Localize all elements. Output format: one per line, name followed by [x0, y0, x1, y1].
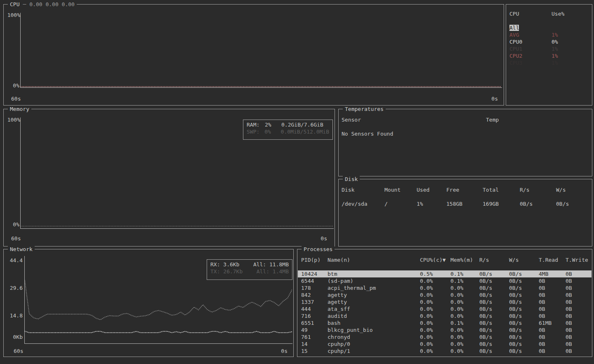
- spacer: [298, 263, 592, 270]
- disk-row-cell: 158GB: [446, 200, 483, 207]
- cpu-legend-use-value: [552, 24, 592, 31]
- cpu-y-min-label: 0%: [5, 82, 19, 89]
- process-row[interactable]: 1337agetty0.0%0.0%0B/s0B/s0B0B: [298, 298, 592, 305]
- memory-panel[interactable]: Memory 100% 0% 60s 0s RAM: 2% 0.2GiB/7.6…: [3, 109, 335, 247]
- disk-row-cell: 1%: [417, 200, 446, 207]
- process-row-cell: 0B: [539, 333, 566, 341]
- cpu-legend-name: CPU0: [509, 38, 552, 45]
- process-row-cell: 0B/s: [509, 298, 539, 305]
- cpu-legend-name-text: CPU1: [509, 46, 522, 52]
- process-row[interactable]: 49blkcg_punt_bio0.0%0.0%0B/s0B/s0B0B: [298, 326, 592, 333]
- processes-header-row[interactable]: PID(p) Name(n) CPU%(c)▼ Mem%(m) R/s W/s …: [298, 256, 592, 263]
- disk-panel[interactable]: Disk Disk Mount Used Free Total R/s W/s …: [338, 179, 592, 247]
- process-row-cell: 0.0%: [450, 341, 479, 348]
- disk-header-mount: Mount: [384, 186, 417, 193]
- cpu-legend-row[interactable]: All: [507, 24, 592, 31]
- cpu-legend-row[interactable]: AVG1%: [507, 31, 592, 38]
- process-row[interactable]: 6551bash0.0%0.1%0B/s0B/s61MB0B: [298, 319, 592, 326]
- process-row-cell: 0B: [539, 305, 566, 312]
- cpu-panel[interactable]: CPU ─ 0.00 0.00 0.00 100% 0% 60s 0s: [3, 4, 504, 106]
- disk-row-cell: /: [384, 200, 417, 207]
- cpu-legend-name-text: CPU0: [509, 39, 522, 45]
- process-row-cell: blkcg_punt_bio: [328, 326, 420, 333]
- process-row-cell: 0B: [566, 284, 592, 291]
- tx-label: TX:: [210, 268, 220, 275]
- no-sensors-message: No Sensors Found: [339, 130, 592, 137]
- ram-amount: 0.2GiB/7.6GiB: [281, 121, 323, 128]
- disk-row[interactable]: /dev/sda/1%158GB169GB0B/s0B/s: [339, 200, 592, 207]
- process-row-cell: 0B/s: [479, 270, 509, 277]
- rx-rate: 3.6Kb: [223, 261, 239, 268]
- process-row-cell: 0B/s: [479, 305, 509, 312]
- process-row-cell: 761: [301, 333, 328, 341]
- cpu-legend-name-text: AVG: [509, 32, 519, 38]
- swap-amount: 0.0MiB/512.0MiB: [281, 128, 329, 135]
- process-row[interactable]: 15cpuhp/10.0%0.0%0B/s0B/s0B0B: [298, 348, 592, 355]
- processes-header-name[interactable]: Name(n): [328, 256, 420, 263]
- process-row-cell: 6551: [301, 319, 328, 326]
- process-row-cell: 4MB: [539, 270, 566, 277]
- process-row-cell: 716: [301, 312, 328, 319]
- process-row-cell: 0.0%: [450, 298, 479, 305]
- cpu-legend-row[interactable]: CPU00%: [507, 38, 592, 45]
- cpu-legend-header-row: CPU Use%: [507, 10, 592, 17]
- disk-header-ws: W/s: [556, 186, 592, 193]
- network-legend-box: RX: 3.6Kb All: 11.8MB TX: 26.7Kb All: 1.…: [207, 259, 292, 280]
- cpu-legend-row[interactable]: CPU11%: [507, 45, 592, 52]
- disk-header-disk: Disk: [342, 186, 384, 193]
- disk-row-cell: 0B/s: [520, 200, 556, 207]
- process-row-cell: 0.0%: [450, 348, 479, 355]
- process-row[interactable]: 444ata_sff0.0%0.0%0B/s0B/s0B0B: [298, 305, 592, 312]
- process-row-cell: 0.0%: [450, 312, 479, 319]
- processes-header-pid[interactable]: PID(p): [301, 256, 328, 263]
- processes-panel[interactable]: Processes PID(p) Name(n) CPU%(c)▼ Mem%(m…: [297, 249, 592, 357]
- network-panel[interactable]: Network 44.4 29.6 14.8 0Kb 60s 0s RX: 3.…: [3, 249, 294, 357]
- process-row-cell: 0B/s: [479, 298, 509, 305]
- process-row-cell: 0B/s: [479, 277, 509, 284]
- tx-all-value: 1.4MB: [273, 268, 289, 275]
- network-y-tick-0: 44.4: [6, 257, 23, 264]
- cpu-legend-name-text: CPU3: [509, 60, 522, 66]
- tx-legend-row: TX: 26.7Kb All: 1.4MB: [210, 268, 289, 275]
- process-row-cell: 0B: [539, 341, 566, 348]
- cpu-legend-name: CPU3: [509, 59, 552, 66]
- processes-header-tread[interactable]: T.Read: [539, 256, 566, 263]
- process-row[interactable]: 842agetty0.0%0.0%0B/s0B/s0B0B: [298, 291, 592, 298]
- process-row-cell: 0.0%: [420, 291, 450, 298]
- cpu-legend-name-text: All: [509, 25, 519, 31]
- process-row-cell: 0B/s: [509, 333, 539, 341]
- processes-header-cpu[interactable]: CPU%(c)▼: [420, 256, 450, 263]
- memory-x-right-label: 0s: [316, 235, 327, 242]
- ram-label: RAM:: [247, 121, 265, 128]
- process-row[interactable]: 6544(sd-pam)0.0%0.1%0B/s0B/s0B0B: [298, 277, 592, 284]
- cpu-legend-name: All: [509, 24, 552, 31]
- process-row-cell: 0B/s: [509, 270, 539, 277]
- swap-label: SWP:: [247, 128, 264, 135]
- process-row-cell: 0B/s: [479, 319, 509, 326]
- cpu-legend-row[interactable]: CPU21%: [507, 52, 592, 59]
- cpu-legend-body: AllAVG1%CPU00%CPU11%CPU21%CPU31%: [507, 24, 592, 66]
- process-row[interactable]: 14cpuhp/00.0%0.0%0B/s0B/s0B0B: [298, 341, 592, 348]
- process-row[interactable]: 761chronyd0.0%0.0%0B/s0B/s0B0B: [298, 333, 592, 341]
- processes-header-twrite[interactable]: T.Write: [566, 256, 592, 263]
- cpu-legend-name-text: CPU2: [509, 53, 522, 59]
- process-row-cell: 0.0%: [420, 284, 450, 291]
- process-row-cell: 0.0%: [420, 277, 450, 284]
- cpu-legend-panel[interactable]: CPU Use% AllAVG1%CPU00%CPU11%CPU21%CPU31…: [506, 4, 592, 106]
- process-row-cell: 0.0%: [420, 348, 450, 355]
- temperatures-panel[interactable]: Temperatures Sensor Temp No Sensors Foun…: [338, 109, 592, 176]
- disk-table: Disk Mount Used Free Total R/s W/s /dev/…: [339, 179, 592, 207]
- process-row[interactable]: 178acpi_thermal_pm0.0%0.0%0B/s0B/s0B0B: [298, 284, 592, 291]
- processes-header-rs[interactable]: R/s: [479, 256, 509, 263]
- cpu-legend-use-value: 0%: [552, 38, 592, 45]
- processes-header-mem[interactable]: Mem%(m): [450, 256, 479, 263]
- process-row-cell: 0B: [566, 291, 592, 298]
- process-row[interactable]: 716auditd0.0%0.0%0B/s0B/s0B0B: [298, 312, 592, 319]
- spacer: [339, 193, 592, 200]
- process-row[interactable]: 10424btm0.5%0.1%0B/s0B/s4MB0B: [298, 270, 592, 277]
- network-panel-title-text: Network: [10, 246, 33, 253]
- cpu-legend-use-value: 1%: [552, 59, 592, 66]
- processes-header-ws[interactable]: W/s: [509, 256, 539, 263]
- cpu-legend-row[interactable]: CPU31%: [507, 59, 592, 66]
- network-y-tick-2: 14.8: [6, 312, 23, 319]
